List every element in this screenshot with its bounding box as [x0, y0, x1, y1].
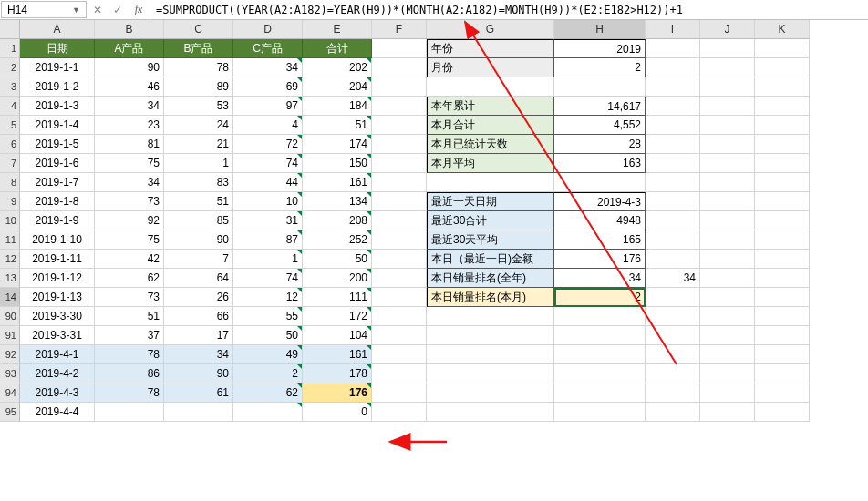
- cell[interactable]: 51: [164, 192, 233, 211]
- cell[interactable]: [233, 403, 303, 422]
- cell[interactable]: [427, 173, 554, 192]
- cell-total[interactable]: 161: [303, 173, 372, 192]
- cell[interactable]: [372, 307, 427, 326]
- value-last30-total[interactable]: 4948: [554, 211, 646, 230]
- cell[interactable]: 46: [95, 77, 164, 97]
- label-latest-date[interactable]: 最近一天日期: [427, 192, 554, 211]
- col-head-G[interactable]: G: [427, 20, 554, 39]
- cell[interactable]: 26: [164, 288, 233, 307]
- row-head-6[interactable]: 6: [0, 135, 20, 154]
- row-head-12[interactable]: 12: [0, 250, 20, 269]
- cell[interactable]: 44: [233, 173, 303, 192]
- col-head-K[interactable]: K: [755, 20, 810, 39]
- cell[interactable]: 83: [164, 173, 233, 192]
- value-month-days[interactable]: 28: [554, 135, 646, 154]
- cell-total[interactable]: 172: [303, 307, 372, 326]
- row-head-10[interactable]: 10: [0, 211, 20, 230]
- row-head-93[interactable]: 93: [0, 364, 20, 383]
- value-latest-date[interactable]: 2019-4-3: [554, 192, 646, 211]
- cell[interactable]: 73: [95, 288, 164, 307]
- cell[interactable]: [646, 364, 700, 383]
- col-head-F[interactable]: F: [372, 20, 427, 39]
- label-rank-month[interactable]: 本日销量排名(本月): [427, 288, 554, 307]
- cell[interactable]: [755, 39, 810, 58]
- cell[interactable]: [700, 230, 755, 250]
- cell[interactable]: [755, 192, 810, 211]
- row-head-9[interactable]: 9: [0, 192, 20, 211]
- value-month-avg[interactable]: 163: [554, 154, 646, 173]
- cell[interactable]: [755, 230, 810, 250]
- cell[interactable]: [755, 383, 810, 403]
- cell[interactable]: [755, 173, 810, 192]
- cell[interactable]: [372, 230, 427, 250]
- cell[interactable]: [755, 58, 810, 77]
- row-head-8[interactable]: 8: [0, 173, 20, 192]
- cell[interactable]: [646, 307, 700, 326]
- cell[interactable]: [646, 192, 700, 211]
- header-cell[interactable]: C产品: [233, 39, 303, 58]
- row-head-95[interactable]: 95: [0, 403, 20, 422]
- cell[interactable]: 4: [233, 116, 303, 135]
- cell[interactable]: [700, 364, 755, 383]
- cell[interactable]: [700, 97, 755, 116]
- cell[interactable]: [646, 154, 700, 173]
- cell-date[interactable]: 2019-1-4: [20, 116, 95, 135]
- cell[interactable]: [372, 269, 427, 288]
- row-head-92[interactable]: 92: [0, 345, 20, 364]
- cell[interactable]: [554, 173, 646, 192]
- cell[interactable]: 37: [95, 326, 164, 345]
- cell[interactable]: 90: [164, 230, 233, 250]
- cell-total[interactable]: 252: [303, 230, 372, 250]
- header-cell[interactable]: 合计: [303, 39, 372, 58]
- cell[interactable]: 23: [95, 116, 164, 135]
- cell[interactable]: 34: [95, 173, 164, 192]
- cell-total[interactable]: 104: [303, 326, 372, 345]
- cell-date[interactable]: 2019-1-11: [20, 250, 95, 269]
- cell[interactable]: [755, 345, 810, 364]
- cell[interactable]: [646, 77, 700, 97]
- cell[interactable]: [372, 116, 427, 135]
- cell[interactable]: [646, 326, 700, 345]
- cell[interactable]: 31: [233, 211, 303, 230]
- cell-total[interactable]: 208: [303, 211, 372, 230]
- col-head-A[interactable]: A: [20, 20, 95, 39]
- cell[interactable]: [700, 383, 755, 403]
- cell[interactable]: 7: [164, 250, 233, 269]
- row-head-4[interactable]: 4: [0, 97, 20, 116]
- cell-total[interactable]: 174: [303, 135, 372, 154]
- label-month-avg[interactable]: 本月平均: [427, 154, 554, 173]
- cell[interactable]: 89: [164, 77, 233, 97]
- label-rank-year[interactable]: 本日销量排名(全年): [427, 269, 554, 288]
- cell[interactable]: 24: [164, 116, 233, 135]
- cell-total[interactable]: 150: [303, 154, 372, 173]
- cell[interactable]: [372, 77, 427, 97]
- cell[interactable]: [372, 326, 427, 345]
- cell[interactable]: [372, 58, 427, 77]
- cell[interactable]: [646, 383, 700, 403]
- cell-date[interactable]: 2019-4-1: [20, 345, 95, 364]
- value-rank-month[interactable]: 2: [554, 288, 646, 307]
- cell[interactable]: 17: [164, 326, 233, 345]
- cell[interactable]: 81: [95, 135, 164, 154]
- cell[interactable]: [700, 39, 755, 58]
- cell[interactable]: [646, 97, 700, 116]
- label-today-amount[interactable]: 本日（最近一日)金额: [427, 250, 554, 269]
- name-box-dropdown-icon[interactable]: ▼: [72, 5, 80, 15]
- cell[interactable]: [372, 192, 427, 211]
- label-month-total[interactable]: 本月合计: [427, 116, 554, 135]
- cell[interactable]: [700, 173, 755, 192]
- cell[interactable]: [700, 154, 755, 173]
- formula-input[interactable]: =SUMPRODUCT((YEAR(A2:A182)=YEAR(H9))*(MO…: [150, 0, 868, 19]
- cell[interactable]: 2: [233, 364, 303, 383]
- cell[interactable]: 78: [164, 58, 233, 77]
- cell[interactable]: 62: [233, 383, 303, 403]
- value-rank-year-copy[interactable]: 34: [646, 269, 700, 288]
- cell[interactable]: [646, 250, 700, 269]
- cell[interactable]: [372, 39, 427, 58]
- cell-total[interactable]: 111: [303, 288, 372, 307]
- row-head-11[interactable]: 11: [0, 230, 20, 250]
- row-head-2[interactable]: 2: [0, 58, 20, 77]
- cell[interactable]: 61: [164, 383, 233, 403]
- cell[interactable]: [700, 58, 755, 77]
- cell-total[interactable]: 134: [303, 192, 372, 211]
